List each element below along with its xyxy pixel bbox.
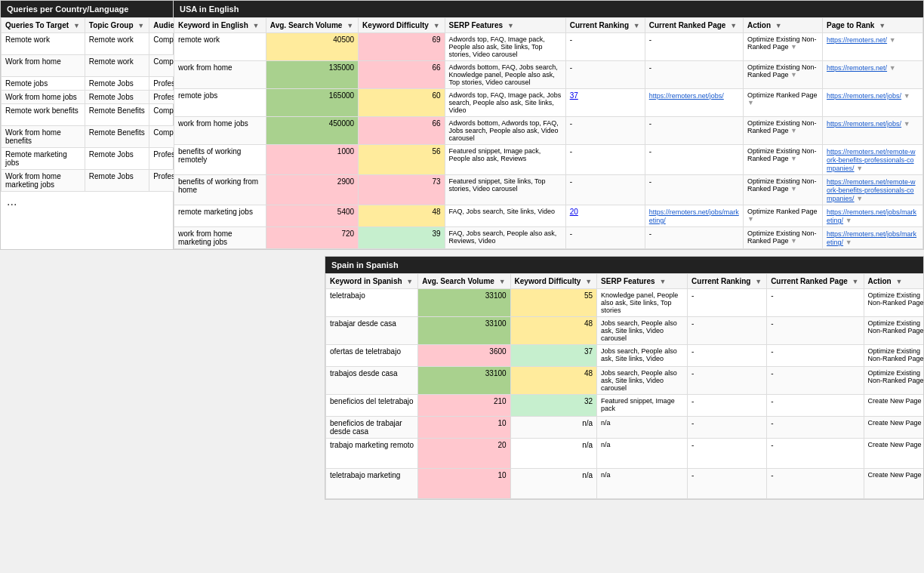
usa-row: work from home 135000 66 Adwords bottom,…: [174, 61, 923, 89]
page-to-rank-cell: https://remoters.net/jobs/ ▼: [823, 117, 923, 145]
difficulty-cell: 56: [359, 145, 445, 175]
col-serp: SERP Features ▼: [445, 18, 565, 33]
ranked-page-es-cell: -: [767, 395, 864, 417]
page-rank-arrow: ▼: [845, 239, 852, 246]
filter-ranking-es[interactable]: ▼: [754, 278, 762, 285]
ranked-page-cell: https://remoters.net/jobs/marketing/: [645, 205, 743, 227]
topic-cell: Remote Benefits: [85, 104, 149, 126]
action-es-cell: Create New Page: [864, 417, 924, 439]
filter-ranked-page[interactable]: ▼: [729, 22, 738, 29]
spain-row: trabajar desde casa 33100 48 Jobs search…: [326, 317, 925, 345]
filter-vol-es[interactable]: ▼: [498, 278, 507, 285]
serp-cell: Featured snippet, Image pack, People als…: [445, 145, 565, 175]
ranking-es-cell: -: [688, 289, 767, 317]
volume-es-cell: 33100: [418, 317, 510, 345]
serp-cell: Adwords top, FAQ, Image pack, Jobs searc…: [445, 89, 565, 117]
keyword-es-cell: trabajo marketing remoto: [326, 439, 418, 469]
filter-diff-es[interactable]: ▼: [584, 278, 593, 285]
ranking-cell: -: [565, 61, 645, 89]
ranked-page-cell: -: [645, 227, 743, 249]
ranking-link[interactable]: 37: [570, 91, 578, 100]
left-header: Queries per Country/Language: [1, 1, 173, 17]
col-keyword-es: Keyword in Spanish ▼: [326, 274, 418, 289]
difficulty-cell: 66: [359, 61, 445, 89]
ranking-cell: 37: [565, 89, 645, 117]
page-to-rank-link[interactable]: https://remoters.net/remote-work-benefit…: [827, 178, 916, 202]
ranked-page-cell: -: [645, 33, 743, 61]
page-to-rank-link[interactable]: https://remoters.net/jobs/marketing/: [827, 208, 916, 224]
query-cell: Remote work benefits: [2, 104, 85, 126]
action-arrow: ▼: [790, 127, 797, 134]
spain-section: Spain in Spanish Keyword in Spanish ▼ Av…: [0, 256, 924, 500]
page-to-rank-link[interactable]: https://remoters.net/jobs/: [827, 92, 901, 100]
page-to-rank-cell: https://remoters.net/jobs/marketing/ ▼: [823, 227, 923, 249]
filter-page-to-rank[interactable]: ▼: [878, 22, 886, 29]
usa-header-row: Keyword in English ▼ Avg. Search Volume …: [174, 18, 923, 33]
page-to-rank-cell: https://remoters.net/jobs/ ▼: [823, 89, 923, 117]
page-to-rank-link[interactable]: https://remoters.net/: [827, 64, 887, 72]
filter-queries[interactable]: ▼: [72, 22, 81, 29]
volume-cell: 135000: [266, 61, 358, 89]
ranking-cell: -: [565, 145, 645, 175]
action-es-cell: Create New Page: [864, 439, 924, 469]
filter-serp-es[interactable]: ▼: [658, 278, 667, 285]
volume-cell: 1000: [266, 145, 358, 175]
page-to-rank-link[interactable]: https://remoters.net/remote-work-benefit…: [827, 148, 916, 172]
col-ranked-page-es: Current Ranked Page ▼: [767, 274, 864, 289]
filter-action-es[interactable]: ▼: [895, 278, 903, 285]
ranked-page-es-cell: -: [767, 417, 864, 439]
action-cell: Optimize Existing Non-Ranked Page ▼: [743, 117, 822, 145]
page-to-rank-cell: https://remoters.net/ ▼: [823, 61, 923, 89]
filter-serp[interactable]: ▼: [507, 22, 515, 29]
action-cell: Optimize Existing Non-Ranked Page ▼: [743, 175, 822, 205]
ranking-link[interactable]: 20: [570, 208, 578, 216]
ranked-page-es-cell: -: [767, 345, 864, 367]
serp-es-cell: Jobs search, People also ask, Site links…: [597, 317, 688, 345]
action-cell: Optimize Existing Non-Ranked Page ▼: [743, 227, 822, 249]
keyword-es-cell: trabajos desde casa: [326, 367, 418, 395]
page-to-rank-link[interactable]: https://remoters.net/jobs/marketing/: [827, 230, 916, 246]
page-to-rank-link[interactable]: https://remoters.net/: [827, 36, 887, 44]
filter-keyword-es[interactable]: ▼: [405, 278, 414, 285]
col-serp-es: SERP Features ▼: [597, 274, 688, 289]
action-arrow: ▼: [790, 155, 797, 162]
serp-cell: Adwords bottom, Adwords top, FAQ, Jobs s…: [445, 117, 565, 145]
filter-keyword-en[interactable]: ▼: [252, 22, 260, 29]
col-ranking: Current Ranking ▼: [565, 18, 645, 33]
spain-header-row: Keyword in Spanish ▼ Avg. Search Volume …: [326, 274, 925, 289]
difficulty-es-cell: 32: [510, 395, 597, 417]
difficulty-cell: 48: [359, 205, 445, 227]
difficulty-cell: 73: [359, 175, 445, 205]
action-cell: Optimize Existing Non-Ranked Page ▼: [743, 145, 822, 175]
usa-row: benefits of working from home 2900 73 Fe…: [174, 175, 923, 205]
query-cell: Remote marketing jobs: [2, 148, 85, 170]
ranking-cell: 20: [565, 205, 645, 227]
action-cell: Optimize Existing Non-Ranked Page ▼: [743, 33, 822, 61]
filter-ranked-page-es[interactable]: ▼: [852, 278, 860, 285]
page-to-rank-cell: https://remoters.net/remote-work-benefit…: [823, 175, 923, 205]
filter-ranking[interactable]: ▼: [633, 22, 641, 29]
ranked-page-es-cell: -: [767, 439, 864, 469]
spain-row: teletrabajo 33100 55 Knowledge panel, Pe…: [326, 289, 925, 317]
filter-difficulty[interactable]: ▼: [433, 22, 441, 29]
keyword-en-cell: remote jobs: [174, 89, 266, 117]
spain-table: Keyword in Spanish ▼ Avg. Search Volume …: [325, 273, 924, 499]
ranked-page-link[interactable]: https://remoters.net/jobs/marketing/: [649, 208, 739, 224]
filter-volume[interactable]: ▼: [346, 22, 354, 29]
query-cell: Work from home benefits: [2, 126, 85, 148]
page-wrapper: Queries per Country/Language Queries To …: [0, 0, 924, 500]
col-vol-es: Avg. Search Volume ▼: [418, 274, 510, 289]
volume-cell: 165000: [266, 89, 358, 117]
ranked-page-cell: -: [645, 61, 743, 89]
col-diff-es: Keyword Difficulty ▼: [510, 274, 597, 289]
serp-es-cell: n/a: [597, 417, 688, 439]
page-to-rank-link[interactable]: https://remoters.net/jobs/: [827, 120, 901, 128]
ranked-page-link[interactable]: https://remoters.net/jobs/: [649, 92, 724, 100]
volume-cell: 40500: [266, 33, 358, 61]
filter-action[interactable]: ▼: [775, 22, 783, 29]
serp-es-cell: Knowledge panel, People also ask, Site l…: [597, 289, 688, 317]
col-action: Action ▼: [743, 18, 822, 33]
action-es-cell: Optimize Existing Non-Ranked Page: [864, 367, 924, 395]
filter-topic[interactable]: ▼: [137, 22, 145, 29]
difficulty-cell: 69: [359, 33, 445, 61]
